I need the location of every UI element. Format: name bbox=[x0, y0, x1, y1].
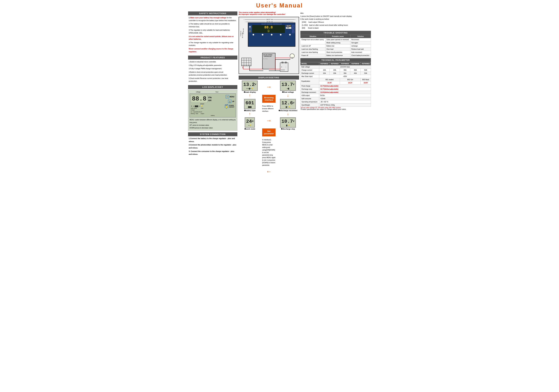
operating-temp-value: -35~+60 ℃ bbox=[319, 100, 371, 104]
batt-voltage-value: 12V/24V Auto bbox=[319, 65, 371, 69]
down-btn-row: △/💡 DOWN/ON/OFF bbox=[225, 105, 234, 108]
lcd-units: V% AH bbox=[208, 96, 212, 102]
device-diagram: ←→ 148.57 mm ←→ 139.89 mm ↑ ↓ 77.99 mm ↑ bbox=[239, 17, 299, 74]
table-row: Load icon slow flashing Short circuit pr… bbox=[300, 51, 371, 54]
safety-item-4: 4.The charge regulator is only suitable … bbox=[189, 41, 237, 47]
table-row: Equalization B01 sealed B02 Gel B03 floo… bbox=[300, 78, 371, 81]
tech-header: TECHNICAL PARAMETER bbox=[300, 58, 371, 62]
tech-note-2: *Product specifications are subject to c… bbox=[300, 108, 371, 110]
model-rspwm10: RSPWM10 bbox=[319, 62, 330, 65]
arrow2-icon: ⇒ bbox=[199, 105, 200, 107]
dim-148: ←→ 148.57 mm bbox=[243, 19, 296, 20]
arrow-right-1: → bbox=[262, 80, 276, 93]
battery-type-screen: 601 ▓▓▓ bbox=[244, 99, 255, 109]
discharge-50a: 50A bbox=[361, 72, 371, 75]
float-voltage-arrow-down: ↓ bbox=[287, 93, 289, 98]
equalization-param: Equalization bbox=[300, 78, 319, 84]
controller-content: ⬜ ☀ 🔒 88.8 V%AH ⇒▓⇒💡 USB⚡ bbox=[249, 25, 294, 33]
warnings: The reverse order applies when deinstall… bbox=[239, 11, 299, 15]
operating-temp-param: Operating temperature bbox=[300, 100, 319, 104]
voltage-label: voltage bbox=[196, 91, 200, 93]
discharge-stop-screen: 10.7V ▓ 💡 bbox=[280, 117, 296, 128]
cause-2: Mode setting wrong bbox=[326, 41, 350, 45]
eq-b01-label: B01 sealed bbox=[319, 78, 340, 81]
ctrl-display-value: 88.8 bbox=[253, 26, 284, 29]
features-header: PRODUCT FEATURES bbox=[188, 56, 237, 60]
discharge-reconnect-unit: V bbox=[293, 101, 294, 104]
model-rspwm50: RSPWM50 bbox=[361, 62, 371, 65]
max-solar-value: <50V bbox=[319, 75, 371, 78]
safety-item-3b: it is not suited for nickel metal hydrid… bbox=[189, 35, 237, 41]
svg-text:-: - bbox=[249, 67, 249, 69]
discharge-10a: 10A bbox=[319, 72, 330, 75]
sys-item-3: 3. Connect the consumer to the charge re… bbox=[189, 150, 237, 156]
sit-5: Load icon slow flashing bbox=[300, 51, 326, 54]
model-rspwm30: RSPWM30 bbox=[340, 62, 350, 65]
down-desc: DOWN:presss to decrease value. bbox=[189, 126, 236, 129]
up-button-icon[interactable]: △ bbox=[228, 100, 232, 103]
solar-icon: ☀ bbox=[191, 105, 192, 107]
ctrl-btn-1[interactable]: □ bbox=[292, 25, 294, 27]
menu-label: MENU bbox=[230, 96, 234, 98]
menu-button-icon[interactable]: □ bbox=[226, 95, 229, 98]
attn-item-0h: [0H] Dusk to dawn bbox=[300, 27, 371, 29]
charge-label: chargeon : equalation/buckflicking : flo… bbox=[191, 109, 235, 115]
main-display-label: ❶main display bbox=[244, 91, 256, 93]
model-rspwm40: RSPWM40 bbox=[350, 62, 361, 65]
charge-10a: 10A bbox=[319, 69, 330, 72]
svg-text:+: + bbox=[280, 67, 281, 69]
table-row: Self-consume <10mA bbox=[300, 97, 371, 100]
ctrl-right-area: ⇒▓⇒💡 USB⚡ bbox=[286, 25, 291, 33]
sit-6: Power off bbox=[300, 54, 326, 57]
system-list: 1.Connect the battery to the charge regu… bbox=[188, 136, 237, 157]
sol-4: Reduce load watt bbox=[350, 48, 371, 51]
table-row: Batt voltage 12V/24V Auto bbox=[300, 65, 371, 69]
center-panel: → Browsing interface Press MENU to brows… bbox=[262, 80, 276, 175]
attn-item-24h: [24H] load output 24hours bbox=[300, 21, 371, 24]
ctrl-btn-3[interactable]: ▽ bbox=[292, 31, 294, 33]
cause-3: Battery low bbox=[326, 45, 350, 48]
discharge-reconnect-arrow-down: ↓ bbox=[287, 112, 289, 116]
cause-4: Over load bbox=[326, 48, 350, 51]
cause-6: Battery too low/reverse bbox=[326, 54, 350, 57]
float-charge-value: 13.7V(defaul,adjustable) bbox=[319, 84, 371, 88]
svg-text:12V/24V: 12V/24V bbox=[281, 69, 285, 71]
work-mode-value: 24 bbox=[246, 119, 252, 124]
left-column: SAFETY INSTRUCTIONS 1.Make sure your bat… bbox=[188, 11, 237, 175]
feature-2: 2.Big LCD display,all adjustable paramet… bbox=[189, 64, 237, 67]
battery-type-value: 601 bbox=[245, 100, 254, 106]
attn-item-123h: [1-23H] load on after sunset and closed … bbox=[300, 24, 371, 27]
table-row: Size/Weight 133*70*35mm /150g bbox=[300, 104, 371, 107]
work-mode-label: ❺work mode bbox=[244, 128, 255, 130]
up-label: UP bbox=[232, 101, 234, 102]
eq-b02-val: 14.2V bbox=[340, 81, 361, 84]
system-section: SYSTEM CONNECTION 1.Connect the battery … bbox=[188, 132, 237, 157]
dim-77: 77.99 mm bbox=[240, 31, 242, 36]
table-row: Max Solar input <50V bbox=[300, 75, 371, 78]
attn-title: Attn: bbox=[300, 12, 371, 15]
safety-section: SAFETY INSTRUCTIONS 1.Make sure your bat… bbox=[188, 11, 237, 55]
menu-instruction-2: In interface2-5,long press MENU to enter… bbox=[262, 138, 276, 167]
lcd-display-box: voltage hour 88.8 V% AH bbox=[188, 90, 237, 131]
set-parameter-box: Set parameter bbox=[262, 128, 276, 136]
lcd-display-value: 88.8 bbox=[191, 95, 207, 103]
cause-5: Short circuit protection bbox=[326, 51, 350, 54]
ctrl-btn-2[interactable]: △ bbox=[292, 28, 294, 30]
discharge-reconnect-value: 12.6V(defaul,adjustable) bbox=[319, 91, 371, 94]
battery-label: battery bbox=[191, 115, 235, 116]
display-section: 13.2V ☀⇒▓⇒💡 ❶main display ↑ 601 ▓▓▓ ❻bat… bbox=[239, 80, 299, 175]
batt-voltage-param: Batt voltage bbox=[300, 65, 319, 69]
down-button-icon[interactable]: △/💡 bbox=[225, 105, 228, 108]
warning-1: The reverse order applies when deinstall… bbox=[239, 11, 299, 13]
eq-b03-val: 14.6V bbox=[361, 81, 371, 84]
warning-2: An improper sequence order can damage th… bbox=[239, 13, 299, 15]
discharge-stop-unit: V bbox=[293, 120, 294, 122]
cause-1: Solar panel opened or reversed bbox=[326, 38, 350, 41]
svg-text:CONTROLLER: CONTROLLER bbox=[264, 56, 271, 57]
table-row: Discharge reconnect 12.6V(defaul,adjusta… bbox=[300, 91, 371, 94]
discharge-stop-value: 10.7V(defaul,adjustable) bbox=[319, 88, 371, 91]
sol-1: Reconnect bbox=[350, 38, 371, 41]
feature-5: 5.Dual mosfet Reverse current protection… bbox=[189, 77, 237, 83]
arrow-right-2: → bbox=[262, 114, 276, 127]
lcd-buttons: □ MENU △ UP △/💡 DOWN/ON/OFF bbox=[225, 95, 234, 108]
